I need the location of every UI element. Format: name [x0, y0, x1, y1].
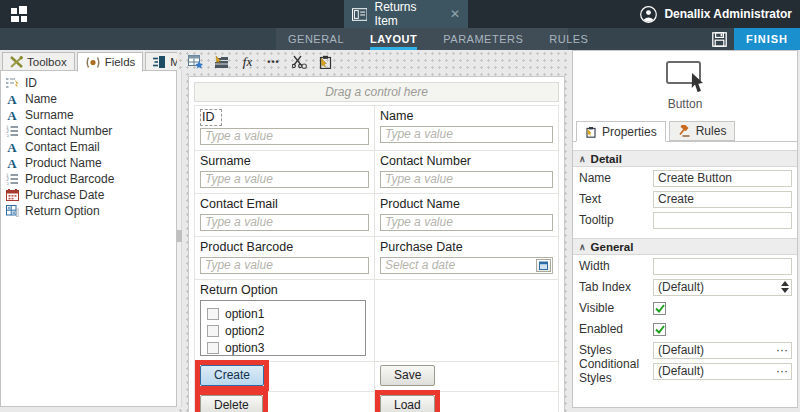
product-barcode-label[interactable]: Product Barcode	[200, 240, 369, 255]
styles-property-input[interactable]: (Default) ···	[653, 342, 792, 359]
contact-number-label[interactable]: Contact Number	[380, 154, 553, 169]
cell-load[interactable]: Load	[375, 392, 559, 412]
contact-email-label[interactable]: Contact Email	[200, 197, 369, 212]
enabled-checkbox[interactable]	[653, 323, 666, 336]
text-property-input[interactable]: Create	[653, 191, 792, 208]
field-item-id[interactable]: ID	[1, 75, 176, 91]
cell-save[interactable]: Save	[375, 362, 559, 392]
app-menu-icon[interactable]	[10, 5, 28, 23]
tab-parameters[interactable]: PARAMETERS	[443, 28, 523, 50]
field-item-surname[interactable]: A Surname	[1, 107, 176, 123]
drop-zone[interactable]: Drag a control here	[194, 82, 559, 102]
checkbox-icon[interactable]	[207, 308, 219, 320]
tab-properties[interactable]: Properties	[576, 121, 666, 142]
option-row[interactable]: option3	[207, 339, 365, 356]
cell-surname[interactable]: Surname Type a value	[195, 151, 375, 194]
close-icon[interactable]: ✕	[450, 7, 460, 21]
cell-id[interactable]: ID Type a value	[195, 106, 375, 151]
cell-contact-email[interactable]: Contact Email Type a value	[195, 194, 375, 237]
date-picker-button[interactable]	[536, 259, 551, 272]
name-label[interactable]: Name	[380, 109, 553, 124]
cell-product-name[interactable]: Product Name Type a value	[375, 194, 559, 237]
purchase-date-input[interactable]: Select a date	[380, 257, 553, 274]
tab-index-property-input[interactable]: (Default)	[653, 279, 792, 296]
cell-purchase-date[interactable]: Purchase Date Select a date	[375, 237, 559, 280]
option-row[interactable]: option2	[207, 322, 365, 339]
expression-icon[interactable]: fx	[239, 54, 256, 70]
name-property-input[interactable]: Create Button	[653, 170, 792, 187]
tab-rules[interactable]: RULES	[549, 28, 588, 50]
id-label[interactable]: ID	[200, 109, 222, 126]
field-item-return-option[interactable]: Return Option	[1, 203, 176, 219]
cell-product-barcode[interactable]: Product Barcode Type a value	[195, 237, 375, 280]
section-general[interactable]: ∧ General	[573, 238, 797, 255]
property-row-tab-index: Tab Index (Default)	[573, 277, 797, 297]
finish-button[interactable]: FINISH	[734, 28, 800, 50]
cell-create[interactable]: Create	[195, 362, 375, 392]
calendar-picker-icon	[539, 261, 548, 270]
field-item-product-name[interactable]: A Product Name	[1, 155, 176, 171]
button-control-icon	[662, 60, 708, 94]
surname-label[interactable]: Surname	[200, 154, 369, 169]
spinner-up-icon[interactable]	[781, 281, 789, 286]
sidebar-scrollbar[interactable]	[177, 70, 182, 407]
property-row-visible: Visible	[573, 298, 797, 318]
table-row: Contact Email Type a value Product Name …	[195, 194, 559, 237]
ellipsis-icon[interactable]: ···	[776, 364, 788, 379]
save-form-button[interactable]: Save	[380, 365, 435, 386]
product-name-label[interactable]: Product Name	[380, 197, 553, 212]
table-properties-icon[interactable]	[187, 54, 204, 70]
checkbox-icon[interactable]	[207, 342, 219, 354]
return-option-listbox[interactable]: option1 option2 option3	[200, 300, 366, 356]
spinner-down-icon[interactable]	[781, 288, 789, 293]
field-item-purchase-date[interactable]: Purchase Date	[1, 187, 176, 203]
checkbox-icon[interactable]	[207, 325, 219, 337]
surname-input[interactable]: Type a value	[200, 171, 369, 188]
conditional-styles-property-input[interactable]: (Default) ···	[653, 363, 792, 380]
cell-delete[interactable]: Delete	[195, 392, 375, 412]
name-input[interactable]: Type a value	[380, 126, 553, 143]
load-button[interactable]: Load	[380, 395, 435, 412]
contact-email-input[interactable]: Type a value	[200, 214, 369, 231]
cut-icon[interactable]	[291, 54, 308, 70]
product-name-input[interactable]: Type a value	[380, 214, 553, 231]
tab-layout[interactable]: LAYOUT	[370, 28, 417, 50]
tooltip-property-input[interactable]	[653, 212, 792, 229]
save-button[interactable]	[706, 28, 732, 50]
field-item-name[interactable]: A Name	[1, 91, 176, 107]
tab-general[interactable]: GENERAL	[288, 28, 344, 50]
option-row[interactable]: option1	[207, 305, 365, 322]
property-label: Name	[579, 171, 653, 185]
cell-return-option[interactable]: Return Option option1 option2 option3	[195, 280, 375, 362]
field-item-product-barcode[interactable]: 1 2 3 Product Barcode	[1, 171, 176, 187]
id-input[interactable]: Type a value	[200, 128, 369, 145]
sidebar-tab-toolbox[interactable]: Toolbox	[2, 52, 75, 71]
more-icon[interactable]: •••	[265, 54, 282, 70]
delete-button[interactable]: Delete	[200, 395, 263, 412]
svg-text:3: 3	[6, 182, 9, 185]
section-detail[interactable]: ∧ Detail	[573, 150, 797, 167]
edit-view-icon[interactable]	[213, 54, 230, 70]
scrollbar-thumb[interactable]	[177, 230, 182, 242]
document-tab[interactable]: Returns Item ✕	[344, 0, 468, 28]
field-item-contact-email[interactable]: A Contact Email	[1, 139, 176, 155]
product-barcode-input[interactable]: Type a value	[200, 257, 369, 274]
purchase-date-label[interactable]: Purchase Date	[380, 240, 553, 255]
contact-number-input[interactable]: Type a value	[380, 171, 553, 188]
cell-name[interactable]: Name Type a value	[375, 106, 559, 151]
cell-empty[interactable]	[375, 280, 559, 362]
user-menu[interactable]: Denallix Administrator	[640, 0, 792, 28]
visible-checkbox[interactable]	[653, 302, 666, 315]
return-option-label[interactable]: Return Option	[200, 283, 369, 298]
field-item-contact-number[interactable]: 1 2 3 Contact Number	[1, 123, 176, 139]
designer-tabs: GENERAL LAYOUT PARAMETERS RULES	[288, 28, 588, 50]
svg-text:3: 3	[6, 134, 9, 137]
create-button[interactable]: Create	[200, 365, 264, 386]
cell-contact-number[interactable]: Contact Number Type a value	[375, 151, 559, 194]
spinner-icons[interactable]	[781, 281, 789, 293]
sidebar-tab-fields[interactable]: Fields	[77, 52, 144, 72]
width-property-input[interactable]	[653, 258, 792, 275]
tab-rules-panel[interactable]: Rules	[669, 121, 736, 141]
ellipsis-icon[interactable]: ···	[776, 343, 788, 358]
paste-icon[interactable]	[317, 54, 334, 70]
